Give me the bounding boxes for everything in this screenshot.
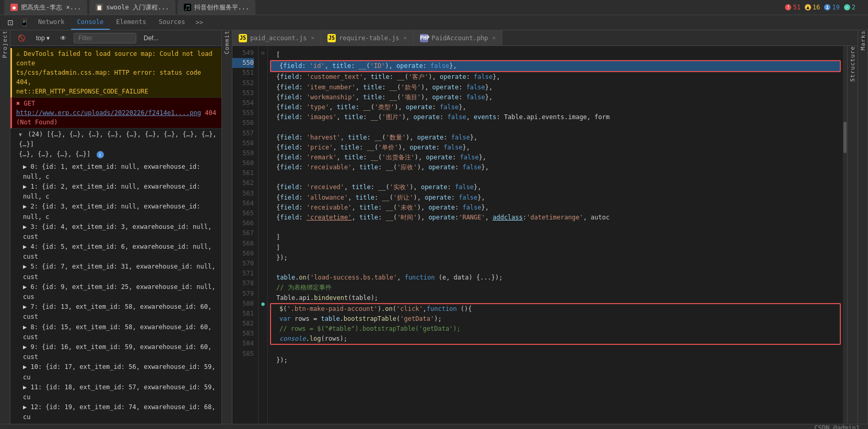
bp-585 xyxy=(259,349,267,359)
code-lines: [ {field: 'id', title: __('ID'), operate… xyxy=(268,46,843,424)
php-badge: PHP xyxy=(420,34,428,42)
console-filter-input[interactable] xyxy=(74,33,136,43)
marks-gutter: Marks xyxy=(858,30,868,424)
bp-555 xyxy=(259,108,267,118)
ln-555: 555 xyxy=(232,108,254,118)
code-line-564: {field: 'receivable', title: __('未收'), o… xyxy=(268,203,843,213)
code-tab-paid-php[interactable]: PHP PaidAccount.php × xyxy=(414,30,502,46)
ln-556: 556 xyxy=(232,118,254,128)
tree-item-12: ▶ 12: {id: 19, ext_item_id: 74, exwareho… xyxy=(15,402,217,422)
console-eye-button[interactable]: 👁 xyxy=(57,33,69,43)
browser-tab-label-tiktok: 抖音创作服务平... xyxy=(194,3,250,12)
code-line-558: {field: 'price', title: __('单价'), operat… xyxy=(268,143,843,153)
ln-579: 579 xyxy=(232,289,254,299)
error-count: 51 xyxy=(793,4,800,11)
console-content: ⚠ DevTools failed to load source map: Co… xyxy=(10,46,221,424)
vertical-scrollbar[interactable] xyxy=(843,46,847,424)
structure-gutter: Structure xyxy=(847,46,858,424)
bp-571 xyxy=(259,269,267,279)
devtools-toolbar: ⊡ 📱 Network Console Elements Sources >> xyxy=(0,15,868,30)
warning-count: 16 xyxy=(813,4,820,11)
bp-558 xyxy=(259,138,267,148)
error-link[interactable]: http://www.erp.cc/uploads/20220226/f2414… xyxy=(16,109,201,117)
bp-559 xyxy=(259,148,267,158)
code-line-551: {field: 'customer_text', title: __('客户')… xyxy=(268,72,843,82)
bp-584 xyxy=(259,339,267,349)
expand-arrow-main[interactable] xyxy=(19,132,22,137)
code-line-561 xyxy=(268,172,843,182)
code-text-579: Table.api.bindevent(table); xyxy=(276,293,378,303)
tab-sources[interactable]: Sources xyxy=(153,15,192,30)
code-tab-paid-js[interactable]: JS paid_account.js × xyxy=(232,30,321,46)
ln-566: 566 xyxy=(232,218,254,228)
console-toolbar: 🚫 top ▾ 👁 Def... xyxy=(10,30,221,46)
check-count: 2 xyxy=(852,4,855,11)
tab-more[interactable]: >> xyxy=(192,16,207,29)
warning-text: DevTools failed to load source map: Coul… xyxy=(16,50,213,95)
ln-558: 558 xyxy=(232,138,254,148)
ln-554: 554 xyxy=(232,98,254,108)
tab-favicon-tiktok: 🎵 xyxy=(184,4,191,11)
ln-580: 580 xyxy=(232,299,254,309)
ln-584: 584 xyxy=(232,339,254,349)
ln-562: 562 xyxy=(232,178,254,188)
code-text-580: $('.btn-make-paid-account').on('click',f… xyxy=(279,304,472,314)
bp-570 xyxy=(259,259,267,269)
code-line-559: {field: 'remark', title: __('出货备注'), ope… xyxy=(268,153,843,163)
data-subsummary: {…}, {…}, {…}, {…}] i xyxy=(15,149,217,159)
tab-network[interactable]: Network xyxy=(32,15,71,30)
code-tab-close-1[interactable]: × xyxy=(311,34,314,41)
console-default-btn[interactable]: Def... xyxy=(140,33,162,43)
ln-550: 550 xyxy=(232,58,254,68)
code-text-558: {field: 'price', title: __('单价'), operat… xyxy=(276,143,470,153)
console-top-dropdown[interactable]: top ▾ xyxy=(33,33,53,43)
code-line-582: // rows = $("#table").bootstrapTable('ge… xyxy=(271,324,840,334)
code-text-568: ] xyxy=(276,243,280,253)
ln-581: 581 xyxy=(232,309,254,319)
data-summary: (24) [{…}, {…}, {…}, {…}, {…}, {…}, {…},… xyxy=(15,130,217,149)
bp-554 xyxy=(259,98,267,108)
line-numbers: 549 550 551 552 553 554 555 556 557 558 … xyxy=(232,46,259,424)
code-line-570 xyxy=(268,263,843,273)
red-outline-bottom: $('.btn-make-paid-account').on('click',f… xyxy=(270,303,841,345)
clear-console-button[interactable]: 🚫 xyxy=(15,33,29,43)
code-tab-close-2[interactable]: × xyxy=(404,34,407,41)
bp-580: ● xyxy=(259,299,267,309)
scrollbar-thumb[interactable] xyxy=(843,122,847,153)
console-warning-message: ⚠ DevTools failed to load source map: Co… xyxy=(10,48,221,98)
code-line-560: {field: 'receivable', title: __('应收'), o… xyxy=(268,163,843,172)
data-subsummary-text: {…}, {…}, {…}, {…}] xyxy=(19,150,90,158)
info-count-badge: i 19 xyxy=(824,4,839,11)
bp-562 xyxy=(259,178,267,188)
ln-565: 565 xyxy=(232,208,254,218)
ln-564: 564 xyxy=(232,199,254,208)
code-tab-require-js[interactable]: JS require-table.js × xyxy=(321,30,414,46)
device-button[interactable]: 📱 xyxy=(17,16,32,29)
code-text-569: }); xyxy=(276,253,288,263)
code-text-581: var rows = table.bootstrapTable('getData… xyxy=(279,314,442,324)
code-tab-close-3[interactable]: × xyxy=(492,34,496,41)
tab-console[interactable]: Console xyxy=(71,15,110,30)
browser-tab-tiktok[interactable]: 🎵 抖音创作服务平... xyxy=(178,0,256,15)
info-circle: i xyxy=(97,151,104,158)
code-line-566 xyxy=(268,223,843,233)
tab-elements[interactable]: Elements xyxy=(110,15,153,30)
code-line-552: {field: 'item_number', title: __('款号'), … xyxy=(268,83,843,92)
browser-tab-adutabs[interactable]: ● 肥高先生-李志 ×... xyxy=(4,0,87,15)
ln-551: 551 xyxy=(232,68,254,78)
ln-559: 559 xyxy=(232,148,254,158)
bp-560 xyxy=(259,158,267,168)
bp-563 xyxy=(259,189,267,199)
browser-tab-swoole[interactable]: 📋 swoole 入门课程... xyxy=(89,0,175,15)
browser-tab-label-swoole: swoole 入门课程... xyxy=(106,3,169,12)
code-text-560: {field: 'receivable', title: __('应收'), o… xyxy=(276,163,489,172)
code-line-557: {field: 'harvest', title: __('数量'), oper… xyxy=(268,133,843,143)
code-line-579: Table.api.bindevent(table); xyxy=(268,293,843,303)
inspect-button[interactable]: ⊡ xyxy=(4,16,17,29)
code-text-555: {field: 'images', title: __('图片'), opera… xyxy=(276,112,609,122)
error-text: GET xyxy=(24,100,35,107)
check-count-badge: ✓ 2 xyxy=(844,4,855,11)
tree-item-6: ▶ 6: {id: 9, ext_item_id: 25, exwarehous… xyxy=(15,282,217,302)
status-bar: CSDN @admin1 xyxy=(0,424,868,429)
status-user: CSDN @admin1 xyxy=(814,424,860,429)
